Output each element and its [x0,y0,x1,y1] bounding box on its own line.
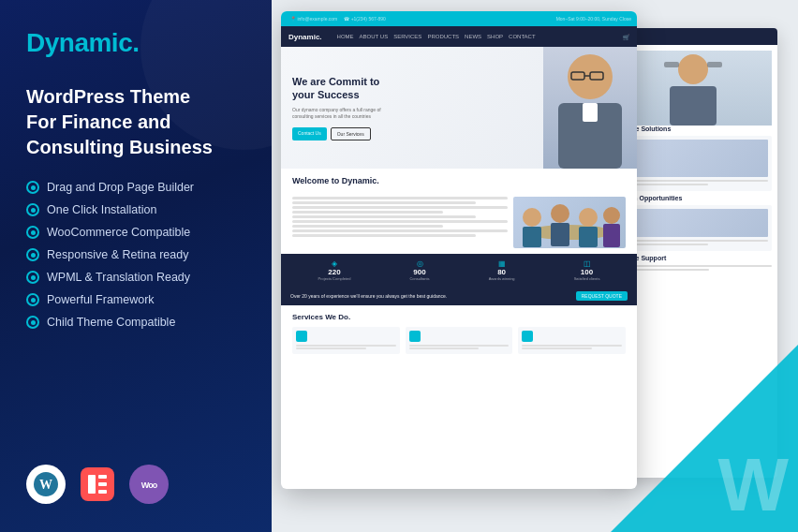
text-line [292,206,508,209]
right-panel: W Finance Solutions Growt [272,0,798,532]
content-text-block [292,197,508,248]
svg-point-23 [579,208,598,227]
svg-rect-9 [664,62,679,67]
stat-consultants: ◎ 900 Consultants [409,259,429,281]
nav-link: HOME [337,34,354,39]
cart-icon: 🛒 [623,34,629,40]
b2-card2 [614,205,772,251]
svg-point-21 [551,204,569,223]
nav-right: 🛒 [623,34,629,40]
browser-top-bar: 📍 info@example.com ☎ +1(234) 567-890 Mon… [281,11,637,26]
feature-text: One Click Installation [47,203,156,216]
stat-number: 100 [574,268,600,276]
service-card [292,327,400,354]
nav-link: CONTACT [509,34,536,39]
feature-text: Drag and Drop Page Builder [47,181,194,194]
b2-text-line [618,180,768,182]
svg-text:Woo: Woo [141,480,158,490]
stat-label: Consultants [409,276,429,281]
list-item: WPML & Translation Ready [26,271,245,284]
svg-rect-2 [88,475,96,494]
svg-point-19 [523,208,541,227]
stat-number: 220 [318,268,351,276]
nav-link: SHOP [487,34,503,39]
bullet-icon [26,203,39,216]
service-card [518,327,626,354]
headline-line1: WordPress Theme [26,86,190,107]
stat-awards: ▦ 80 Awards winning [489,259,515,281]
elementor-icon [87,474,108,495]
stat-label: Projects Completed [318,276,351,281]
service-icon [296,331,307,342]
svg-rect-24 [579,227,598,247]
list-item: Drag and Drop Page Builder [26,181,245,194]
service-line [522,347,592,349]
b2-card [614,136,772,191]
top-bar-phone: ☎ +1(234) 567-890 [344,16,386,22]
b2-card-image [618,140,768,177]
svg-rect-22 [551,223,569,246]
headline-line3: Consulting Business [26,137,213,157]
service-line [409,345,510,347]
svg-text:W: W [39,478,52,492]
cta-button[interactable]: REQUEST QUOTE [576,291,628,301]
woo-icon: Woo [129,465,169,504]
bullet-icon [26,271,39,284]
svg-rect-4 [98,482,107,486]
brand-name: Dynamic. [26,28,245,58]
headline-line2: For Finance and [26,111,170,132]
nav-link: NEWS [465,34,481,39]
wordpress-logo: W [26,465,66,504]
elementor-logo [81,467,114,501]
feature-text: WooCommerce Compatible [47,226,190,239]
svg-rect-11 [670,86,717,126]
feature-text: Responsive & Retina ready [47,248,188,261]
b2-card-lines [618,180,768,185]
feature-text: WPML & Translation Ready [47,271,190,284]
bullet-icon [26,316,39,329]
svg-rect-3 [98,475,107,479]
service-line [522,345,622,347]
b2-text-line [618,240,768,242]
service-card [406,327,513,354]
browser-services: Services We Do. [281,305,637,362]
b2-section-title2: Growth Opportunities [614,195,772,201]
welcome-title: Welcome to Dynamic. [292,176,626,185]
browser-welcome: Welcome to Dynamic. [281,169,637,197]
list-item: Powerful Framework [26,293,245,306]
stat-number: 80 [489,268,515,276]
brand-dot: . [132,28,139,57]
services-title: Services We Do. [292,313,626,321]
cta-text: Over 20 years of experience we'll ensure… [290,293,447,299]
wp-watermark: W [717,448,789,523]
team-image [513,197,626,248]
contact-button[interactable]: Contact Us [292,127,327,140]
browser-stats-bar: ◈ 220 Projects Completed ◎ 900 Consultan… [281,254,637,287]
b2-section-title: Finance Solutions [614,126,772,132]
stat-number: 900 [409,268,429,276]
b2-section-title3: Finance Support [614,255,772,261]
logos-row: W Woo [26,465,245,504]
text-line [292,215,476,218]
services-grid [292,327,626,354]
text-line [292,211,443,214]
wp-icon: W [33,471,59,497]
text-line [292,220,508,223]
browser-navbar: Dynamic. HOME ABOUT US SERVICES PRODUCTS… [281,26,637,47]
service-line [296,347,366,349]
woocommerce-logo: Woo [129,465,169,504]
stat-icon: ▦ [489,259,515,268]
text-line [292,225,443,228]
nav-link: PRODUCTS [427,34,459,39]
services-button[interactable]: Our Services [331,127,371,140]
feature-text: Child Theme Compatible [47,316,175,329]
nav-brand: Dynamic. [288,33,322,41]
svg-rect-5 [98,490,107,494]
nav-links: HOME ABOUT US SERVICES PRODUCTS NEWS SHO… [337,34,536,39]
stat-projects: ◈ 220 Projects Completed [318,259,351,281]
svg-point-25 [603,207,620,224]
browser-cta-bar: Over 20 years of experience we'll ensure… [281,287,637,305]
svg-rect-26 [603,224,620,247]
stat-icon: ◈ [318,259,351,268]
text-line [292,234,476,237]
